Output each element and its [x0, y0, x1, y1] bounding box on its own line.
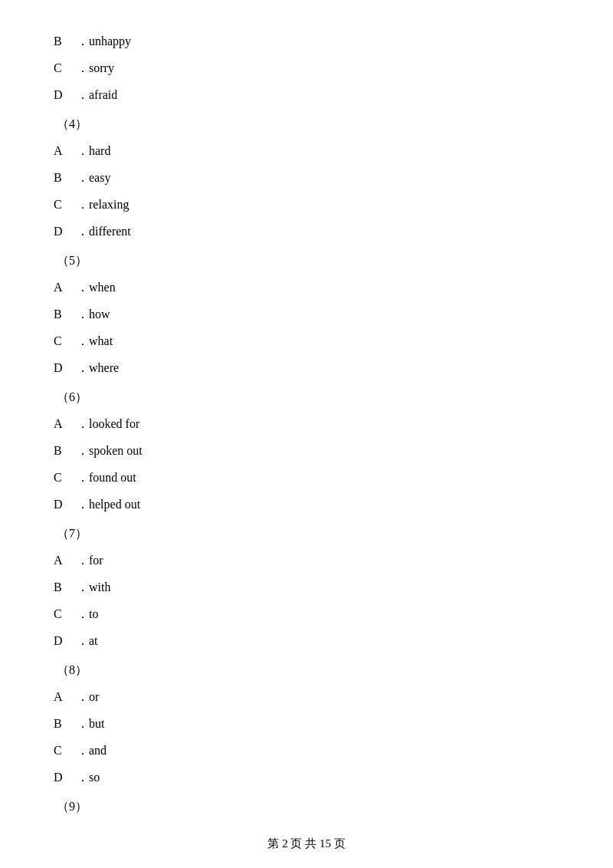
option-dot: ．	[77, 140, 89, 163]
question-number-2: （5）	[54, 250, 559, 272]
option-letter: D	[54, 494, 77, 516]
option-letter: B	[54, 304, 77, 326]
option-item: C．and	[54, 740, 559, 762]
option-text: and	[89, 740, 559, 762]
option-text: unhappy	[89, 31, 559, 53]
option-letter: C	[54, 194, 77, 216]
option-text: spoken out	[89, 440, 559, 462]
option-letter: B	[54, 577, 77, 599]
option-dot: ．	[77, 550, 89, 572]
page-info: 第 2 页 共 15 页	[267, 837, 345, 850]
option-dot: ．	[77, 167, 89, 189]
option-dot: ．	[77, 494, 89, 516]
option-text: how	[89, 304, 559, 326]
question-number-4: （7）	[54, 523, 559, 545]
option-item: D．helped out	[54, 494, 559, 516]
option-text: but	[89, 713, 559, 735]
option-dot: ．	[77, 330, 89, 353]
option-letter: C	[54, 467, 77, 489]
option-letter: C	[54, 330, 77, 353]
option-item: D．different	[54, 221, 559, 243]
option-text: easy	[89, 167, 559, 189]
option-letter: D	[54, 357, 77, 380]
option-item: A．when	[54, 277, 559, 299]
option-item: C．sorry	[54, 58, 559, 80]
option-letter: D	[54, 630, 77, 653]
option-item: C．to	[54, 603, 559, 626]
option-dot: ．	[77, 277, 89, 299]
option-dot: ．	[77, 31, 89, 53]
option-dot: ．	[77, 84, 89, 107]
option-item: C．found out	[54, 467, 559, 489]
question-number-3: （6）	[54, 386, 559, 409]
option-text: with	[89, 577, 559, 599]
option-letter: B	[54, 713, 77, 735]
option-text: so	[89, 767, 559, 789]
option-dot: ．	[77, 194, 89, 216]
option-dot: ．	[77, 467, 89, 489]
option-item: A．or	[54, 686, 559, 709]
option-letter: A	[54, 550, 77, 572]
option-text: or	[89, 686, 559, 709]
option-letter: A	[54, 140, 77, 163]
option-item: C．relaxing	[54, 194, 559, 216]
option-dot: ．	[77, 577, 89, 599]
question-number-6: （9）	[54, 796, 559, 818]
option-item: B．spoken out	[54, 440, 559, 462]
option-letter: D	[54, 221, 77, 243]
option-dot: ．	[77, 304, 89, 326]
option-text: different	[89, 221, 559, 243]
option-item: D．afraid	[54, 84, 559, 107]
option-text: hard	[89, 140, 559, 163]
option-item: D．at	[54, 630, 559, 653]
option-text: relaxing	[89, 194, 559, 216]
option-item: B．with	[54, 577, 559, 599]
option-letter: B	[54, 440, 77, 462]
option-dot: ．	[77, 767, 89, 789]
option-dot: ．	[77, 713, 89, 735]
option-letter: B	[54, 167, 77, 189]
option-text: for	[89, 550, 559, 572]
option-letter: C	[54, 740, 77, 762]
option-text: what	[89, 330, 559, 353]
option-text: where	[89, 357, 559, 380]
option-dot: ．	[77, 221, 89, 243]
option-letter: A	[54, 686, 77, 709]
option-item: B．how	[54, 304, 559, 326]
option-letter: A	[54, 413, 77, 436]
option-dot: ．	[77, 357, 89, 380]
option-item: D．so	[54, 767, 559, 789]
question-number-5: （8）	[54, 659, 559, 682]
option-item: A．looked for	[54, 413, 559, 436]
option-item: B．easy	[54, 167, 559, 189]
option-item: A．for	[54, 550, 559, 572]
option-item: C．what	[54, 330, 559, 353]
option-dot: ．	[77, 603, 89, 626]
option-text: at	[89, 630, 559, 653]
option-text: found out	[89, 467, 559, 489]
question-number-1: （4）	[54, 113, 559, 136]
option-dot: ．	[77, 686, 89, 709]
option-text: sorry	[89, 58, 559, 80]
option-dot: ．	[77, 58, 89, 80]
option-text: to	[89, 603, 559, 626]
option-text: looked for	[89, 413, 559, 436]
option-dot: ．	[77, 630, 89, 653]
option-dot: ．	[77, 440, 89, 462]
option-dot: ．	[77, 413, 89, 436]
option-letter: C	[54, 603, 77, 626]
option-item: D．where	[54, 357, 559, 380]
option-text: afraid	[89, 84, 559, 107]
option-text: helped out	[89, 494, 559, 516]
option-item: B．but	[54, 713, 559, 735]
option-item: B．unhappy	[54, 31, 559, 53]
option-letter: A	[54, 277, 77, 299]
option-letter: C	[54, 58, 77, 80]
option-text: when	[89, 277, 559, 299]
option-letter: D	[54, 84, 77, 107]
option-letter: B	[54, 31, 77, 53]
option-dot: ．	[77, 740, 89, 762]
option-letter: D	[54, 767, 77, 789]
option-item: A．hard	[54, 140, 559, 163]
